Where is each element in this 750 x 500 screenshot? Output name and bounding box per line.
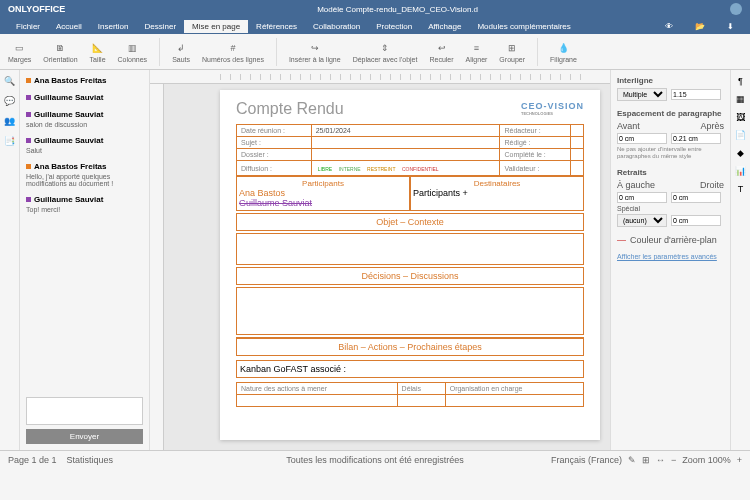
line-spacing-mode[interactable]: Multiple bbox=[617, 88, 667, 101]
page-count[interactable]: Page 1 de 1 bbox=[8, 455, 57, 465]
meta-table: Date réunion :25/01/2024Rédacteur :Sujet… bbox=[236, 124, 584, 176]
zoom-in-icon[interactable]: + bbox=[737, 455, 742, 465]
fit-width-icon[interactable]: ↔ bbox=[656, 455, 665, 465]
spacing-after[interactable] bbox=[671, 133, 721, 144]
stats-link[interactable]: Statistiques bbox=[67, 455, 114, 465]
header-icon[interactable]: 📄 bbox=[735, 130, 746, 140]
left-sidebar: 🔍 💬 👥 📑 bbox=[0, 70, 20, 450]
image-icon[interactable]: 🖼 bbox=[736, 112, 745, 122]
menu-affichage[interactable]: Affichage bbox=[420, 20, 469, 33]
table-icon[interactable]: ▦ bbox=[736, 94, 745, 104]
zoom-level[interactable]: Zoom 100% bbox=[682, 455, 731, 465]
indent-right[interactable] bbox=[671, 192, 721, 203]
ribbon: ▭Marges🗎Orientation📐Taille▥Colonnes↲Saut… bbox=[0, 34, 750, 70]
chat-message: Guillaume Sauviat bbox=[26, 93, 143, 102]
vertical-ruler[interactable] bbox=[150, 84, 164, 450]
document-page[interactable]: Compte Rendu CEO-VISIONTECHNOLOGIES Date… bbox=[220, 90, 600, 440]
chat-input[interactable] bbox=[26, 397, 143, 425]
document-title: Modèle Compte-rendu_DEMO_CEO-Vision.d bbox=[65, 5, 730, 14]
user-avatar[interactable] bbox=[730, 3, 742, 15]
menubar-icon[interactable]: ⬇ bbox=[719, 20, 742, 33]
chat-message: Guillaume SauviatSalut bbox=[26, 136, 143, 154]
chat-message: Ana Bastos FreitasHello, j'ai apporté qu… bbox=[26, 162, 143, 187]
nav-icon[interactable]: 📑 bbox=[4, 136, 16, 148]
menu-collaboration[interactable]: Collaboration bbox=[305, 20, 368, 33]
ribbon-11[interactable]: 💧Filigrane bbox=[550, 41, 577, 63]
chat-icon[interactable]: 👥 bbox=[4, 116, 16, 128]
menu-insertion[interactable]: Insertion bbox=[90, 20, 137, 33]
app-name: ONLYOFFICE bbox=[8, 4, 65, 14]
ribbon-9[interactable]: ≡Aligner bbox=[466, 41, 488, 63]
chat-message: Ana Bastos Freitas bbox=[26, 76, 143, 85]
text-icon[interactable]: T bbox=[738, 184, 744, 194]
line-spacing-val[interactable] bbox=[671, 89, 721, 100]
search-icon[interactable]: 🔍 bbox=[4, 76, 16, 88]
document-area: Compte Rendu CEO-VISIONTECHNOLOGIES Date… bbox=[150, 70, 610, 450]
menu-références[interactable]: Références bbox=[248, 20, 305, 33]
menu-mise en page[interactable]: Mise en page bbox=[184, 20, 248, 33]
section-bilan: Bilan – Actions – Prochaines étapes bbox=[236, 337, 584, 356]
language[interactable]: Français (France) bbox=[551, 455, 622, 465]
ribbon-8[interactable]: ↩Reculer bbox=[429, 41, 453, 63]
section-objet: Objet – Contexte bbox=[236, 213, 584, 231]
menu-dessiner[interactable]: Dessiner bbox=[137, 20, 185, 33]
indent-left[interactable] bbox=[617, 192, 667, 203]
ribbon-2[interactable]: 📐Taille bbox=[90, 41, 106, 63]
zoom-out-icon[interactable]: − bbox=[671, 455, 676, 465]
ribbon-7[interactable]: ⇕Déplacer avec l'objet bbox=[353, 41, 418, 63]
menu-fichier[interactable]: Fichier bbox=[8, 20, 48, 33]
ribbon-3[interactable]: ▥Colonnes bbox=[118, 41, 148, 63]
shape-icon[interactable]: ◆ bbox=[737, 148, 744, 158]
menu-protection[interactable]: Protection bbox=[368, 20, 420, 33]
advanced-link[interactable]: Afficher les paramètres avancés bbox=[617, 253, 724, 260]
ribbon-6[interactable]: ↪Insérer à la ligne bbox=[289, 41, 341, 63]
comments-icon[interactable]: 💬 bbox=[4, 96, 16, 108]
fit-page-icon[interactable]: ⊞ bbox=[642, 455, 650, 465]
indent-special[interactable]: (aucun) bbox=[617, 214, 667, 227]
actions-table: Nature des actions à menerDélaisOrganisa… bbox=[236, 382, 584, 407]
paragraph-panel: Interligne Multiple Espacement de paragr… bbox=[610, 70, 730, 450]
ribbon-0[interactable]: ▭Marges bbox=[8, 41, 31, 63]
menubar-icon[interactable]: 📂 bbox=[687, 20, 713, 33]
send-button[interactable]: Envoyer bbox=[26, 429, 143, 444]
logo: CEO-VISIONTECHNOLOGIES bbox=[521, 100, 584, 116]
ribbon-4[interactable]: ↲Sauts bbox=[172, 41, 190, 63]
status-bar: Page 1 de 1 Statistiques Toutes les modi… bbox=[0, 450, 750, 468]
horizontal-ruler[interactable] bbox=[150, 70, 610, 84]
chat-message: Guillaume Sauviatsalon de discussion bbox=[26, 110, 143, 128]
chat-panel: Ana Bastos FreitasGuillaume SauviatGuill… bbox=[20, 70, 150, 450]
right-sidebar: ¶ ▦ 🖼 📄 ◆ 📊 T bbox=[730, 70, 750, 450]
chart-icon[interactable]: 📊 bbox=[735, 166, 746, 176]
menu-accueil[interactable]: Accueil bbox=[48, 20, 90, 33]
ribbon-5[interactable]: #Numéros des lignes bbox=[202, 41, 264, 63]
section-decisions: Décisions – Discussions bbox=[236, 267, 584, 285]
menubar-icon[interactable]: 👁 bbox=[657, 20, 681, 33]
paragraph-icon[interactable]: ¶ bbox=[738, 76, 743, 86]
participants-section: Participants Ana Bastos Guillaume Sauvia… bbox=[236, 176, 584, 211]
ribbon-10[interactable]: ⊞Grouper bbox=[499, 41, 525, 63]
spacing-before[interactable] bbox=[617, 133, 667, 144]
menu-bar: FichierAccueilInsertionDessinerMise en p… bbox=[0, 18, 750, 34]
ribbon-1[interactable]: 🗎Orientation bbox=[43, 41, 77, 63]
save-status: Toutes les modifications ont été enregis… bbox=[286, 455, 464, 465]
title-bar: ONLYOFFICE Modèle Compte-rendu_DEMO_CEO-… bbox=[0, 0, 750, 18]
track-changes-icon[interactable]: ✎ bbox=[628, 455, 636, 465]
menu-modules complémentaires[interactable]: Modules complémentaires bbox=[469, 20, 578, 33]
chat-message: Guillaume SauviatTop! merci! bbox=[26, 195, 143, 213]
